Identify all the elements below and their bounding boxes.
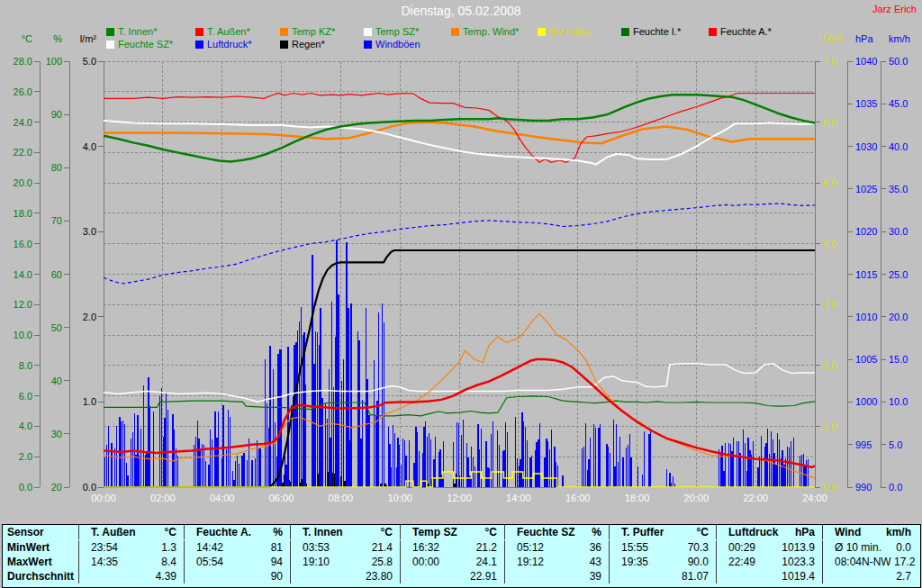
table-max-cell-value: 94	[271, 555, 290, 569]
legend-swatch	[106, 41, 114, 49]
axis-tick-label: 995	[855, 439, 872, 450]
table-min-cell: 14:4281	[184, 540, 290, 555]
table-max-cell-time: 05:54	[185, 555, 271, 569]
legend-label: T. Außen*	[207, 26, 250, 37]
table-col-header: Feuchte A.%	[184, 525, 290, 539]
axis-tick-label: 50	[0, 322, 62, 333]
table-min-cell-value: 21.2	[476, 540, 504, 555]
axis-tick-label: 45.0	[889, 98, 908, 109]
axis-tick-label: 50.0	[889, 56, 908, 67]
table-max-cell-time: 14:35	[79, 555, 161, 569]
table-max-cell: 14:358.4	[78, 555, 184, 569]
axis-tick-label: 22.0	[0, 147, 32, 158]
table-min-cell-time: 14:42	[185, 540, 271, 555]
legend-swatch	[451, 28, 459, 36]
table-max-cell-value: 8.4	[161, 555, 184, 569]
legend-item: Feuchte SZ*	[106, 39, 173, 49]
table-min-cell-time: 03:53	[291, 540, 372, 555]
table-max-cell: 22:491023.3	[716, 555, 822, 569]
legend-item: Temp KZ*	[280, 26, 335, 36]
table-max-cell: 08:04N-NW 17.2	[822, 555, 918, 569]
axis-tick-label: 1015	[855, 269, 877, 280]
table-max-cell-value: 24.1	[476, 555, 504, 569]
x-axis-tick-label: 22:00	[736, 493, 775, 503]
table-max-cell-time: 19:10	[291, 555, 372, 569]
axis-tick-label: 35.0	[889, 184, 908, 194]
stats-table: SensorMinWertMaxWertDurchschnittT. Außen…	[2, 524, 921, 588]
axis-tick-label: 40	[0, 375, 62, 386]
legend-item: Feuchte A.*	[709, 26, 772, 36]
table-min-cell-time: 05:12	[505, 540, 590, 555]
legend-swatch	[280, 41, 288, 49]
table-avg-cell-value: 2.7	[896, 569, 918, 583]
table-min-cell: 15:5570.3	[609, 540, 716, 555]
table-min-cell-value: 0.0	[896, 540, 918, 555]
legend-label: Feuchte SZ*	[118, 39, 173, 50]
table-min-cell-time: 15:55	[610, 540, 688, 555]
axis-tick-label: 5.0	[823, 177, 836, 188]
axis-tick-label: 30.0	[889, 226, 908, 237]
x-axis-tick-label: 06:00	[262, 493, 302, 503]
axis-tick-label: 3.0	[33, 226, 96, 237]
legend-item: T. Außen*	[195, 26, 250, 36]
table-col-header: Windkm/h	[822, 525, 918, 539]
x-axis-tick-label: 20:00	[676, 493, 716, 503]
axis-tick-label: 20.0	[0, 177, 32, 188]
table-avg-cell: 23.80	[290, 569, 400, 583]
axis-tick-label: 1035	[855, 98, 877, 109]
table-min-cell-value: 1.3	[161, 540, 184, 555]
legend-label: Regen*	[292, 39, 325, 50]
table-row-label: MaxWert	[3, 555, 78, 569]
table-avg-cell-value: 81.07	[682, 569, 716, 583]
axis-tick-label: 6.0	[823, 117, 836, 128]
axis-tick-label: 40.0	[889, 141, 908, 152]
table-col-header-value: %	[592, 525, 609, 539]
axis-tick-label: 1030	[855, 141, 877, 152]
axis-header-hPa: hPa	[855, 33, 873, 44]
legend-swatch	[364, 41, 372, 49]
x-axis-tick-label: 08:00	[321, 493, 360, 503]
table-max-cell-value: 90.0	[688, 555, 716, 569]
table-avg-cell: 4.39	[78, 569, 184, 583]
x-axis-tick-label: 18:00	[618, 493, 657, 503]
table-min-cell: 00:291013.9	[716, 540, 822, 555]
table-avg-cell: 90	[184, 569, 290, 583]
axis-tick-label: 12.0	[0, 299, 32, 310]
axis-tick-label: 1025	[855, 184, 877, 194]
legend-item: Temp SZ*	[364, 26, 419, 36]
axis-tick-label: 3.0	[823, 299, 836, 310]
table-col-header: LuftdruckhPa	[716, 525, 822, 539]
axis-tick-label: 2.0	[0, 451, 32, 462]
table-max-cell-value: 25.8	[372, 555, 400, 569]
table-max-cell: 19:3590.0	[609, 555, 716, 569]
axis-tick-label: 80	[0, 162, 62, 173]
table-avg-cell-value: 90	[271, 569, 290, 583]
table-avg-cell-value: 23.80	[366, 569, 400, 583]
table-avg-cell: 81.07	[609, 569, 716, 583]
axis-tick-label: 10.0	[889, 396, 908, 407]
axis-tick-label: 5.0	[889, 439, 902, 450]
table-max-cell: 19:1025.8	[290, 555, 400, 569]
table-col-header-time: Temp SZ	[401, 525, 485, 539]
legend-swatch	[195, 28, 203, 36]
table-col-header-time: T. Außen	[79, 525, 165, 539]
table-max-cell-value: 43	[590, 555, 609, 569]
axis-tick-label: 1.0	[33, 396, 96, 407]
axis-tick-label: 1.0	[823, 421, 836, 431]
table-min-cell-time: Ø 10 min.	[823, 540, 896, 555]
table-col-header-value: °C	[381, 525, 400, 539]
table-max-cell: 05:5494	[184, 555, 290, 569]
x-axis-tick-label: 24:00	[795, 493, 835, 503]
table-max-cell: 00:0024.1	[400, 555, 504, 569]
axis-tick-label: 16.0	[0, 239, 32, 249]
table-avg-cell: 22.91	[400, 569, 504, 583]
axis-header-kmh: km/h	[889, 33, 910, 44]
table-max-cell-value: 1023.3	[782, 555, 822, 569]
axis-tick-label: 0.0	[889, 482, 902, 493]
legend-label: Luftdruck*	[207, 39, 252, 50]
x-axis-tick-label: 10:00	[380, 493, 420, 503]
table-col-header: Temp SZ°C	[400, 525, 504, 539]
axis-tick-label: 60	[0, 269, 62, 280]
table-col-header-value: hPa	[795, 525, 822, 539]
axis-tick-label: 990	[855, 482, 872, 493]
